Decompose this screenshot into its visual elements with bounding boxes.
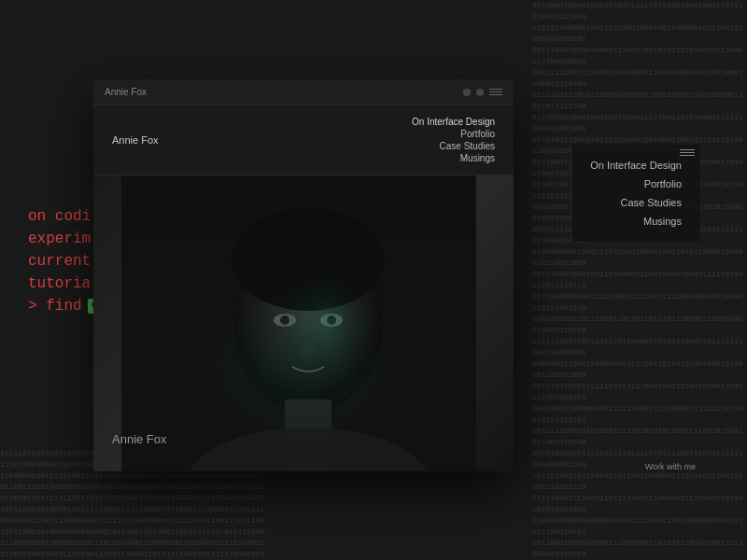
hero-area: Annie Fox Work with me Designer Coder bbox=[93, 175, 514, 471]
menu-line-2 bbox=[489, 91, 502, 92]
floating-nav-case-studies[interactable]: Case Studies bbox=[590, 197, 682, 208]
floating-nav-musings[interactable]: Musings bbox=[590, 216, 682, 227]
browser-controls bbox=[463, 89, 502, 96]
site-logo: Annie Fox bbox=[112, 134, 159, 146]
site-nav: On Interface Design Portfolio Case Studi… bbox=[412, 117, 495, 163]
terminal-find-text: > find bbox=[28, 295, 82, 317]
portrait bbox=[121, 175, 476, 471]
browser-titlebar: Annie Fox bbox=[93, 79, 514, 105]
floating-nav-portfolio[interactable]: Portfolio bbox=[590, 178, 682, 189]
menu-line-3 bbox=[489, 94, 502, 95]
window-control-1[interactable] bbox=[463, 89, 471, 96]
nav-link-musings[interactable]: Musings bbox=[460, 153, 495, 163]
hamburger-line-3 bbox=[680, 155, 695, 156]
nav-link-interface[interactable]: On Interface Design bbox=[412, 117, 495, 127]
hamburger-line-1 bbox=[680, 149, 695, 150]
portrait-svg bbox=[121, 175, 476, 471]
nav-link-portfolio[interactable]: Portfolio bbox=[460, 129, 495, 139]
portrait-face bbox=[121, 175, 476, 471]
binary-background-right: 0110000100001001001000111110110001000100… bbox=[532, 0, 747, 560]
menu-icon[interactable] bbox=[489, 89, 502, 95]
browser-title: Annie Fox bbox=[105, 87, 147, 97]
site-header: Annie Fox On Interface Design Portfolio … bbox=[93, 105, 514, 175]
hamburger-line-2 bbox=[680, 152, 695, 153]
floating-nav-interface[interactable]: On Interface Design bbox=[590, 160, 682, 171]
nav-link-case-studies[interactable]: Case Studies bbox=[440, 141, 495, 151]
floating-nav-panel: On Interface Design Portfolio Case Studi… bbox=[571, 145, 700, 242]
hero-name: Annie Fox bbox=[112, 432, 167, 446]
browser-window: Annie Fox Annie Fox On Interface Design … bbox=[93, 79, 514, 471]
hamburger-icon[interactable] bbox=[680, 149, 695, 156]
window-control-2[interactable] bbox=[476, 89, 484, 96]
work-with-me-outer[interactable]: Work with me bbox=[645, 462, 696, 471]
menu-line-1 bbox=[489, 89, 502, 90]
svg-point-9 bbox=[271, 259, 383, 390]
